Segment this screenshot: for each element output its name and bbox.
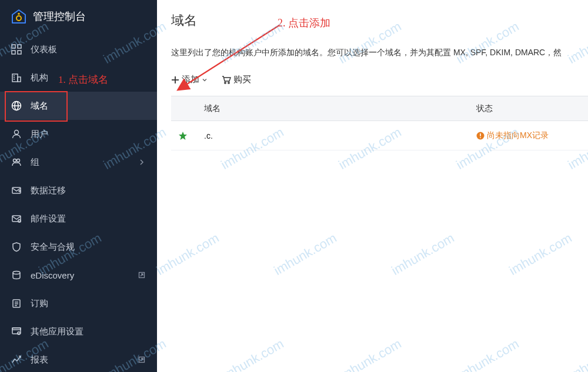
sidebar-item-groups[interactable]: 组 bbox=[0, 148, 157, 176]
nav-label: 安全与合规 bbox=[31, 242, 146, 253]
sidebar-item-migration[interactable]: 数据迁移 bbox=[0, 176, 157, 205]
th-status: 状态 bbox=[476, 103, 588, 114]
nav-label: 仪表板 bbox=[31, 44, 146, 55]
apps-icon bbox=[11, 326, 22, 337]
user-icon bbox=[11, 128, 22, 140]
sidebar-item-subscription[interactable]: 订购 bbox=[0, 289, 157, 317]
add-label: 添加 bbox=[182, 74, 199, 85]
nav-label: 域名 bbox=[31, 100, 146, 112]
svg-rect-5 bbox=[18, 51, 21, 54]
domain-name-cell: .c. bbox=[195, 131, 476, 140]
svg-point-19 bbox=[18, 220, 21, 223]
status-text: 尚未指向MX记录 bbox=[487, 130, 549, 141]
mail-settings-icon bbox=[11, 213, 22, 224]
page-title: 域名 bbox=[171, 12, 588, 29]
subscription-icon bbox=[11, 297, 22, 309]
sidebar-item-domain[interactable]: 域名 bbox=[0, 92, 157, 120]
svg-rect-6 bbox=[12, 74, 18, 82]
chevron-right-icon bbox=[137, 157, 146, 167]
svg-point-32 bbox=[225, 82, 226, 83]
svg-rect-1 bbox=[18, 13, 20, 15]
nav-label: 组 bbox=[31, 157, 129, 168]
sidebar-item-organization[interactable]: 机构 bbox=[0, 63, 157, 92]
svg-point-33 bbox=[228, 82, 229, 83]
reports-icon bbox=[11, 354, 22, 366]
migration-icon bbox=[11, 185, 22, 196]
warning-icon bbox=[476, 132, 485, 140]
domain-table: 域名 状态 .c. 尚未指向MX记录 bbox=[171, 96, 588, 150]
nav-label: 其他应用设置 bbox=[31, 326, 146, 337]
svg-rect-3 bbox=[18, 45, 21, 48]
add-button[interactable]: 添加 bbox=[171, 74, 208, 85]
sidebar-item-ediscovery[interactable]: eDiscovery bbox=[0, 261, 157, 289]
ediscovery-icon bbox=[11, 269, 22, 281]
table-row[interactable]: .c. 尚未指向MX记录 bbox=[171, 121, 588, 150]
th-domain: 域名 bbox=[171, 103, 476, 114]
svg-rect-35 bbox=[480, 133, 481, 136]
group-icon bbox=[11, 156, 22, 168]
external-icon bbox=[137, 355, 146, 364]
svg-rect-4 bbox=[12, 51, 15, 54]
svg-rect-36 bbox=[480, 137, 481, 138]
chevron-down-icon bbox=[202, 77, 208, 83]
nav: 仪表板 机构 域名 bbox=[0, 35, 157, 372]
nav-label: 邮件设置 bbox=[31, 213, 146, 224]
cart-icon bbox=[222, 75, 231, 85]
svg-point-14 bbox=[15, 130, 19, 135]
buy-button[interactable]: 购买 bbox=[222, 74, 251, 85]
sidebar-item-dashboard[interactable]: 仪表板 bbox=[0, 35, 157, 63]
sidebar-item-other-apps[interactable]: 其他应用设置 bbox=[0, 317, 157, 346]
brand-icon bbox=[11, 8, 27, 25]
main-content: 域名 这里列出了您的机构账户中所添加的域名。您可以选择一个域名，并为其配置 MX… bbox=[157, 0, 588, 372]
sidebar-item-security[interactable]: 安全与合规 bbox=[0, 233, 157, 261]
brand-title: 管理控制台 bbox=[33, 9, 86, 24]
page-description: 这里列出了您的机构账户中所添加的域名。您可以选择一个域名，并为其配置 MX, S… bbox=[171, 46, 588, 59]
svg-rect-17 bbox=[12, 187, 21, 193]
sidebar-item-reports[interactable]: 报表 bbox=[0, 346, 157, 372]
nav-label: 报表 bbox=[31, 354, 129, 366]
svg-rect-2 bbox=[12, 45, 15, 48]
nav-label: 订购 bbox=[31, 298, 146, 309]
svg-point-16 bbox=[17, 159, 20, 162]
table-header: 域名 状态 bbox=[171, 96, 588, 121]
action-bar: 添加 购买 bbox=[171, 74, 588, 85]
svg-rect-18 bbox=[12, 216, 21, 222]
domain-status-cell: 尚未指向MX记录 bbox=[476, 130, 588, 141]
external-icon bbox=[137, 270, 146, 280]
nav-label: 用户 bbox=[31, 129, 146, 140]
svg-point-15 bbox=[14, 159, 16, 162]
globe-icon bbox=[11, 100, 22, 112]
svg-rect-26 bbox=[12, 328, 21, 334]
sidebar: 管理控制台 仪表板 机构 bbox=[0, 0, 157, 372]
sidebar-item-users[interactable]: 用户 bbox=[0, 120, 157, 148]
dashboard-icon bbox=[11, 43, 22, 55]
nav-label: eDiscovery bbox=[31, 270, 129, 280]
svg-point-0 bbox=[16, 16, 21, 21]
nav-label: 机构 bbox=[31, 72, 146, 83]
shield-icon bbox=[11, 241, 22, 253]
nav-label: 数据迁移 bbox=[31, 185, 146, 196]
star-icon bbox=[171, 131, 195, 140]
svg-point-20 bbox=[13, 272, 20, 274]
svg-point-28 bbox=[18, 332, 21, 335]
organization-icon bbox=[11, 72, 22, 83]
sidebar-item-mail-settings[interactable]: 邮件设置 bbox=[0, 205, 157, 233]
svg-rect-7 bbox=[18, 77, 21, 82]
svg-rect-27 bbox=[12, 328, 21, 330]
buy-label: 购买 bbox=[233, 74, 251, 85]
plus-icon bbox=[171, 76, 179, 84]
brand: 管理控制台 bbox=[0, 0, 157, 35]
